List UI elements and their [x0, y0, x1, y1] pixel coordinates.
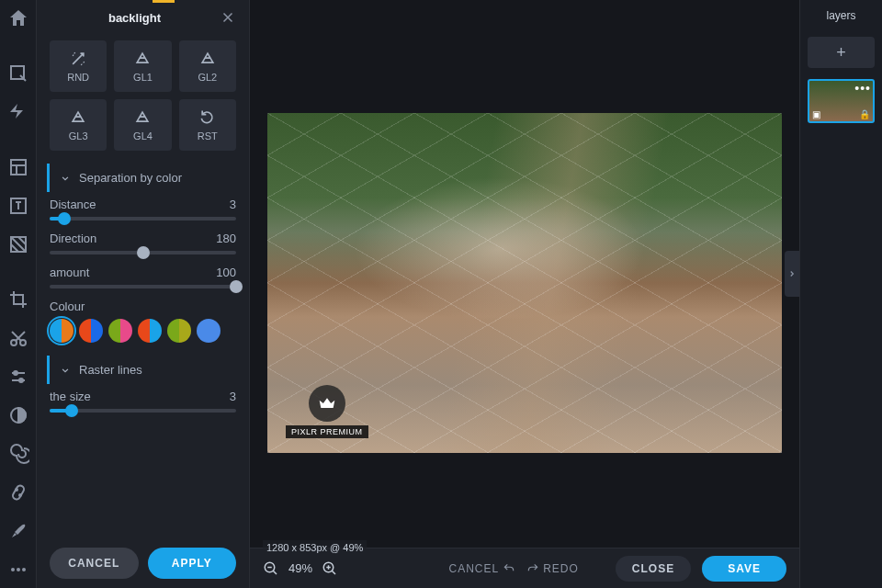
contrast-tool-icon[interactable]	[7, 404, 29, 426]
swatch-3[interactable]	[108, 319, 132, 343]
svg-point-12	[11, 568, 15, 571]
swatch-6[interactable]	[197, 319, 220, 343]
home-icon[interactable]	[7, 7, 29, 29]
preset-rst[interactable]: RST	[179, 99, 236, 151]
canvas-image: PIXLR PREMIUM	[267, 113, 782, 453]
layers-rail: layers + ••• ▣ 🔒	[799, 0, 882, 588]
more-tool-icon[interactable]	[7, 559, 29, 581]
param-size: the size3	[50, 384, 236, 418]
pattern-tool-icon[interactable]	[7, 233, 29, 255]
cancel-button[interactable]: CANCEL	[50, 548, 139, 579]
spiral-tool-icon[interactable]	[7, 443, 29, 465]
svg-point-13	[17, 568, 20, 571]
svg-point-7	[19, 379, 23, 382]
size-slider[interactable]	[50, 409, 236, 413]
swatch-5[interactable]	[167, 319, 191, 343]
param-amount: amount100	[50, 260, 236, 294]
zoom-out-icon[interactable]	[263, 560, 279, 577]
canvas-status: 1280 x 853px @ 49%	[263, 540, 367, 555]
auto-tool-icon[interactable]	[7, 101, 29, 123]
close-button[interactable]: CLOSE	[616, 556, 691, 582]
layer-menu-icon[interactable]: •••	[854, 81, 871, 96]
param-distance: Distance3	[50, 192, 236, 226]
preset-gl2[interactable]: GL2	[179, 40, 236, 92]
param-direction: Direction180	[50, 226, 236, 260]
apply-button[interactable]: APPLY	[148, 548, 237, 579]
preset-rnd[interactable]: RND	[50, 40, 107, 92]
select-tool-icon[interactable]	[7, 62, 29, 85]
crown-icon	[318, 394, 336, 413]
effect-panel: backlight RND GL1 GL2 GL3 GL4 RST Separa…	[37, 0, 250, 588]
svg-point-14	[22, 568, 26, 571]
swatch-4[interactable]	[138, 319, 162, 343]
amount-slider[interactable]	[50, 285, 236, 288]
chevron-down-icon	[59, 172, 72, 185]
layer-image-icon: ▣	[812, 109, 820, 119]
zoom-in-icon[interactable]	[322, 560, 338, 577]
preset-grid: RND GL1 GL2 GL3 GL4 RST	[37, 35, 249, 156]
direction-slider[interactable]	[50, 251, 236, 254]
collapse-right-icon[interactable]	[785, 251, 799, 297]
save-button[interactable]: SAVE	[702, 556, 786, 582]
svg-point-6	[14, 371, 17, 375]
layer-thumb[interactable]: ••• ▣ 🔒	[808, 79, 875, 123]
preset-gl3[interactable]: GL3	[50, 99, 107, 151]
swatch-1[interactable]	[50, 319, 74, 343]
svg-point-10	[16, 489, 17, 491]
layer-lock-icon: 🔒	[859, 109, 870, 119]
premium-badge[interactable]: PIXLR PREMIUM	[286, 385, 368, 438]
crop-tool-icon[interactable]	[7, 288, 29, 311]
text-tool-icon[interactable]	[7, 195, 29, 217]
redo-button[interactable]: REDO	[526, 562, 579, 575]
section-separation[interactable]: Separation by color	[47, 164, 236, 192]
heal-tool-icon[interactable]	[7, 481, 29, 503]
cut-tool-icon[interactable]	[7, 327, 29, 349]
close-icon[interactable]	[220, 9, 236, 26]
layers-title: layers	[800, 0, 882, 31]
param-colour: Colour	[50, 294, 236, 348]
brush-tool-icon[interactable]	[7, 520, 29, 542]
panel-title: backlight	[50, 11, 220, 25]
svg-point-11	[19, 494, 21, 496]
preset-gl4[interactable]: GL4	[114, 99, 171, 151]
svg-rect-1	[11, 160, 26, 175]
undo-button[interactable]: CANCEL	[449, 562, 516, 575]
section-raster[interactable]: Raster lines	[47, 356, 236, 384]
svg-rect-9	[11, 484, 25, 501]
swatch-2[interactable]	[79, 319, 103, 343]
layout-tool-icon[interactable]	[7, 156, 29, 178]
chevron-down-icon	[59, 364, 72, 377]
left-toolbar	[0, 0, 37, 588]
preset-gl1[interactable]: GL1	[114, 40, 171, 92]
adjust-tool-icon[interactable]	[7, 366, 29, 388]
canvas-view[interactable]: PIXLR PREMIUM	[250, 0, 799, 548]
add-layer-button[interactable]: +	[808, 37, 875, 68]
distance-slider[interactable]	[50, 217, 236, 220]
zoom-value: 49%	[288, 561, 312, 575]
canvas-area: PIXLR PREMIUM 1280 x 853px @ 49% 49% CAN…	[250, 0, 799, 588]
